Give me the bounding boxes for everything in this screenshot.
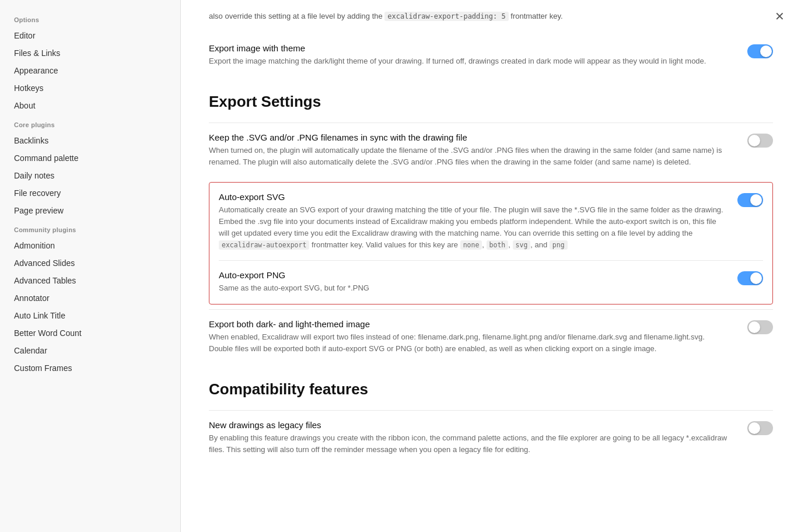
auto-export-svg-title: Auto-export SVG xyxy=(219,192,723,202)
export-settings-heading: Export Settings xyxy=(209,93,773,111)
auto-export-svg-desc: Automatically create an SVG export of yo… xyxy=(219,204,723,251)
new-drawings-legacy-desc: By enabling this feature drawings you cr… xyxy=(209,432,733,456)
auto-export-svg-toggle[interactable] xyxy=(737,193,763,207)
sidebar-item-advanced-tables[interactable]: Advanced Tables xyxy=(0,272,180,289)
sidebar-item-daily-notes[interactable]: Daily notes xyxy=(0,167,180,184)
sidebar-item-command-palette[interactable]: Command palette xyxy=(0,149,180,167)
toggle-thumb xyxy=(748,321,760,333)
keep-svg-png-desc: When turned on, the plugin will automati… xyxy=(209,145,733,168)
sidebar-item-appearance[interactable]: Appearance xyxy=(0,62,180,79)
main-content: ✕ also override this setting at a file l… xyxy=(181,0,801,532)
sidebar-item-about[interactable]: About xyxy=(0,97,180,114)
sidebar-item-files-links[interactable]: Files & Links xyxy=(0,44,180,62)
autoexport-code: excalidraw-autoexport xyxy=(219,240,309,250)
export-dark-light-title: Export both dark- and light-themed image xyxy=(209,319,733,329)
new-drawings-legacy-text: New drawings as legacy files By enabling… xyxy=(209,420,733,456)
toggle-track xyxy=(747,320,773,334)
keep-svg-png-toggle[interactable] xyxy=(747,134,773,148)
sidebar-item-calendar[interactable]: Calendar xyxy=(0,342,180,359)
compatibility-heading: Compatibility features xyxy=(209,380,773,398)
toggle-track xyxy=(747,44,773,58)
export-image-theme-text: Export image with theme Export the image… xyxy=(209,43,733,67)
auto-export-png-row: Auto-export PNG Same as the auto-export … xyxy=(219,260,763,303)
options-section-label: Options xyxy=(0,9,180,27)
export-image-theme-desc: Export the image matching the dark/light… xyxy=(209,55,733,67)
auto-export-png-desc: Same as the auto-export SVG, but for *.P… xyxy=(219,282,723,294)
export-dark-light-text: Export both dark- and light-themed image… xyxy=(209,319,733,355)
export-dark-light-row: Export both dark- and light-themed image… xyxy=(209,309,773,364)
export-image-theme-toggle[interactable] xyxy=(747,44,773,58)
sidebar-item-editor[interactable]: Editor xyxy=(0,27,180,44)
auto-export-highlight-box: Auto-export SVG Automatically create an … xyxy=(209,182,773,304)
sidebar-item-backlinks[interactable]: Backlinks xyxy=(0,132,180,149)
toggle-thumb xyxy=(760,46,772,57)
top-note-code: excalidraw-export-padding: 5 xyxy=(384,12,508,21)
auto-export-svg-row: Auto-export SVG Automatically create an … xyxy=(219,183,763,261)
sidebar: Options EditorFiles & LinksAppearanceHot… xyxy=(0,0,181,532)
toggle-thumb xyxy=(750,272,762,284)
png-code: png xyxy=(550,240,568,250)
sidebar-item-file-recovery[interactable]: File recovery xyxy=(0,184,180,202)
toggle-thumb xyxy=(748,135,760,146)
toggle-track xyxy=(747,421,773,435)
export-image-theme-title: Export image with theme xyxy=(209,43,733,53)
new-drawings-legacy-row: New drawings as legacy files By enabling… xyxy=(209,410,773,465)
keep-svg-png-title: Keep the .SVG and/or .PNG filenames in s… xyxy=(209,132,733,142)
auto-export-png-text: Auto-export PNG Same as the auto-export … xyxy=(219,270,723,294)
export-dark-light-toggle[interactable] xyxy=(747,320,773,334)
export-image-theme-row: Export image with theme Export the image… xyxy=(209,34,773,76)
toggle-thumb xyxy=(748,422,760,434)
sidebar-item-better-word-count[interactable]: Better Word Count xyxy=(0,324,180,342)
sidebar-item-annotator[interactable]: Annotator xyxy=(0,289,180,307)
core-plugins-section-label: Core plugins xyxy=(0,114,180,132)
none-code: none xyxy=(460,240,482,250)
sidebar-item-custom-frames[interactable]: Custom Frames xyxy=(0,359,180,377)
sidebar-item-auto-link-title[interactable]: Auto Link Title xyxy=(0,307,180,324)
export-dark-light-desc: When enabled, Excalidraw will export two… xyxy=(209,331,733,355)
top-note: also override this setting at a file lev… xyxy=(209,0,773,22)
keep-svg-png-text: Keep the .SVG and/or .PNG filenames in s… xyxy=(209,132,733,168)
new-drawings-legacy-toggle[interactable] xyxy=(747,421,773,435)
close-button[interactable]: ✕ xyxy=(772,8,787,24)
community-plugins-section-label: Community plugins xyxy=(0,219,180,237)
keep-svg-png-row: Keep the .SVG and/or .PNG filenames in s… xyxy=(209,123,773,177)
new-drawings-legacy-title: New drawings as legacy files xyxy=(209,420,733,430)
toggle-thumb xyxy=(750,194,762,206)
auto-export-png-title: Auto-export PNG xyxy=(219,270,723,280)
toggle-track xyxy=(737,193,763,207)
sidebar-item-advanced-slides[interactable]: Advanced Slides xyxy=(0,254,180,272)
toggle-track xyxy=(747,134,773,148)
sidebar-item-hotkeys[interactable]: Hotkeys xyxy=(0,79,180,97)
sidebar-item-page-preview[interactable]: Page preview xyxy=(0,202,180,219)
both-code: both xyxy=(487,240,509,250)
toggle-track xyxy=(737,271,763,285)
sidebar-item-admonition[interactable]: Admonition xyxy=(0,237,180,254)
auto-export-png-toggle[interactable] xyxy=(737,271,763,285)
auto-export-svg-text: Auto-export SVG Automatically create an … xyxy=(219,192,723,251)
svg-code: svg xyxy=(513,240,531,250)
